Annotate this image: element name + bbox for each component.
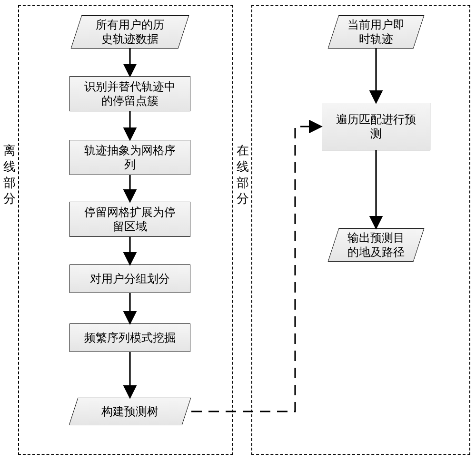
io-current-user-trace-text: 当前用户即时轨迹 — [333, 15, 419, 49]
step-traverse-match-predict-text: 遍历匹配进行预测 — [336, 112, 416, 141]
step-group-users-text: 对用户分组划分 — [90, 272, 170, 286]
io-build-prediction-tree: 构建预测树 — [73, 398, 187, 425]
step-identify-stay-clusters: 识别并替代轨迹中的停留点簇 — [69, 76, 190, 111]
step-group-users: 对用户分组划分 — [69, 264, 190, 293]
io-all-user-history: 所有用户的历史轨迹数据 — [76, 15, 184, 49]
io-all-user-history-text: 所有用户的历史轨迹数据 — [76, 15, 184, 49]
step-expand-stay-region-text: 停留网格扩展为停留区域 — [84, 205, 176, 234]
io-build-prediction-tree-text: 构建预测树 — [73, 398, 187, 425]
io-current-user-trace: 当前用户即时轨迹 — [333, 15, 419, 49]
io-output-prediction-text: 输出预测目的地及路径 — [333, 228, 419, 262]
step-abstract-grid-seq-text: 轨迹抽象为网格序列 — [84, 143, 176, 172]
step-identify-stay-clusters-text: 识别并替代轨迹中的停留点簇 — [84, 79, 176, 108]
step-traverse-match-predict: 遍历匹配进行预测 — [322, 103, 430, 150]
offline-label: 离线部分 — [3, 143, 16, 207]
online-label: 在线部分 — [236, 143, 249, 207]
step-frequent-pattern-mining-text: 频繁序列模式挖掘 — [84, 331, 176, 345]
step-frequent-pattern-mining: 频繁序列模式挖掘 — [69, 323, 190, 352]
step-abstract-grid-seq: 轨迹抽象为网格序列 — [69, 140, 190, 175]
step-expand-stay-region: 停留网格扩展为停留区域 — [69, 202, 190, 237]
flowchart-canvas: 离线部分 在线部分 所有用户的历史轨迹数据 识别并替代轨迹中的停留点簇 轨迹抽象… — [0, 0, 476, 460]
io-output-prediction: 输出预测目的地及路径 — [333, 228, 419, 262]
